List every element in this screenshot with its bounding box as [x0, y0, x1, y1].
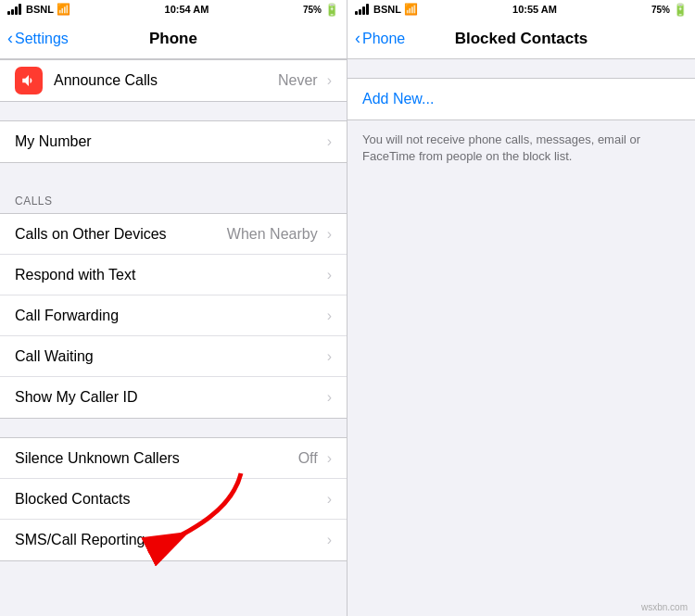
add-new-label: Add New...	[362, 91, 434, 107]
silence-unknown-callers-value: Off	[298, 450, 318, 467]
silence-unknown-callers-label: Silence Unknown Callers	[15, 450, 298, 467]
sms-call-reporting-label: SMS/Call Reporting	[15, 532, 323, 548]
call-waiting-row[interactable]: Call Waiting ›	[0, 336, 347, 377]
right-wifi-icon: 📶	[404, 3, 418, 16]
speaker-icon	[20, 72, 37, 89]
announce-calls-chevron: ›	[327, 72, 332, 89]
back-label: Settings	[15, 31, 69, 47]
wifi-icon: 📶	[57, 3, 70, 16]
blocked-description: You will not receive phone calls, messag…	[348, 120, 695, 176]
my-number-chevron: ›	[327, 133, 332, 150]
left-settings-list: Announce Calls Never › My Number › CALLS…	[0, 59, 347, 616]
blocked-contacts-content: Add New... You will not receive phone ca…	[348, 59, 695, 616]
respond-with-text-label: Respond with Text	[15, 267, 323, 283]
blocked-contacts-row[interactable]: Blocked Contacts ›	[0, 479, 347, 520]
calls-group: Calls on Other Devices When Nearby › Res…	[0, 213, 347, 419]
right-carrier-label: BSNL	[373, 4, 401, 15]
add-new-row[interactable]: Add New...	[348, 79, 695, 119]
time-label: 10:54 AM	[165, 4, 209, 15]
carrier-label: BSNL	[26, 4, 54, 15]
right-back-label: Phone	[362, 31, 405, 47]
left-nav-bar: ‹ Settings Phone	[0, 19, 347, 59]
calls-on-other-devices-row[interactable]: Calls on Other Devices When Nearby ›	[0, 214, 347, 255]
announce-calls-label: Announce Calls	[54, 72, 278, 89]
announce-calls-icon	[15, 67, 43, 94]
right-signal-icon	[355, 4, 369, 15]
announce-calls-value: Never	[278, 72, 318, 89]
show-caller-id-row[interactable]: Show My Caller ID ›	[0, 377, 347, 418]
calls-section-header: CALLS	[0, 182, 347, 213]
add-new-group: Add New...	[348, 78, 695, 120]
right-battery-percentage: 75%	[651, 5, 670, 15]
respond-with-text-row[interactable]: Respond with Text ›	[0, 255, 347, 295]
announce-calls-group: Announce Calls Never ›	[0, 59, 347, 102]
show-caller-id-label: Show My Caller ID	[15, 389, 323, 406]
announce-calls-row[interactable]: Announce Calls Never ›	[0, 60, 347, 101]
right-back-chevron-icon: ‹	[355, 30, 360, 46]
right-time-label: 10:55 AM	[512, 4, 557, 15]
signal-icon	[7, 4, 21, 15]
my-number-group: My Number ›	[0, 120, 347, 163]
my-number-label: My Number	[15, 133, 323, 150]
battery-icon: 🔋	[324, 3, 339, 17]
back-chevron-icon: ‹	[7, 30, 13, 46]
blocked-contacts-label: Blocked Contacts	[15, 491, 323, 508]
silence-unknown-callers-row[interactable]: Silence Unknown Callers Off ›	[0, 438, 347, 479]
call-forwarding-row[interactable]: Call Forwarding ›	[0, 295, 347, 336]
left-nav-title: Phone	[149, 30, 197, 48]
right-nav-bar: ‹ Phone Blocked Contacts	[348, 19, 695, 59]
right-status-bar: BSNL 📶 10:55 AM 75% 🔋	[348, 0, 695, 19]
right-panel: BSNL 📶 10:55 AM 75% 🔋 ‹ Phone Blocked Co…	[348, 0, 695, 616]
bottom-group: Silence Unknown Callers Off › Blocked Co…	[0, 437, 347, 561]
right-battery-icon: 🔋	[673, 3, 688, 17]
left-status-bar: BSNL 📶 10:54 AM 75% 🔋	[0, 0, 347, 19]
settings-back-button[interactable]: ‹ Settings	[7, 31, 69, 47]
right-nav-title: Blocked Contacts	[455, 30, 588, 48]
battery-percentage: 75%	[303, 5, 322, 15]
call-waiting-label: Call Waiting	[15, 348, 323, 365]
phone-back-button[interactable]: ‹ Phone	[355, 31, 405, 47]
calls-on-other-devices-label: Calls on Other Devices	[15, 226, 227, 243]
sms-call-reporting-row[interactable]: SMS/Call Reporting ›	[0, 520, 347, 560]
call-forwarding-label: Call Forwarding	[15, 308, 323, 324]
my-number-row[interactable]: My Number ›	[0, 121, 347, 162]
calls-on-other-devices-value: When Nearby	[227, 226, 318, 243]
